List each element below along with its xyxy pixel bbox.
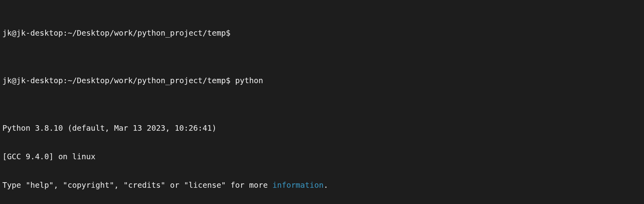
prompt-user: jk <box>2 29 12 38</box>
command: python <box>235 76 263 85</box>
banner-text: Type "help", "copyright", "credits" or "… <box>2 181 272 190</box>
prompt-sep: $ <box>226 29 231 38</box>
terminal-output[interactable]: jk@jk-desktop:~/Desktop/work/python_proj… <box>0 0 644 204</box>
prompt-path: ~/Desktop/work/python_project/temp <box>67 76 226 85</box>
prompt-host: jk-desktop <box>16 29 63 38</box>
python-banner: Type "help", "copyright", "credits" or "… <box>2 181 642 190</box>
prompt-sep: $ <box>226 76 231 85</box>
banner-text: . <box>324 181 328 190</box>
prompt-user: jk <box>2 76 12 85</box>
python-banner: [GCC 9.4.0] on linux <box>2 152 642 162</box>
shell-line: jk@jk-desktop:~/Desktop/work/python_proj… <box>2 76 642 86</box>
prompt-host: jk-desktop <box>16 76 63 85</box>
prompt-path: ~/Desktop/work/python_project/temp <box>67 29 226 38</box>
python-banner: Python 3.8.10 (default, Mar 13 2023, 10:… <box>2 124 642 133</box>
information-link: information <box>272 181 324 190</box>
shell-line: jk@jk-desktop:~/Desktop/work/python_proj… <box>2 29 642 38</box>
